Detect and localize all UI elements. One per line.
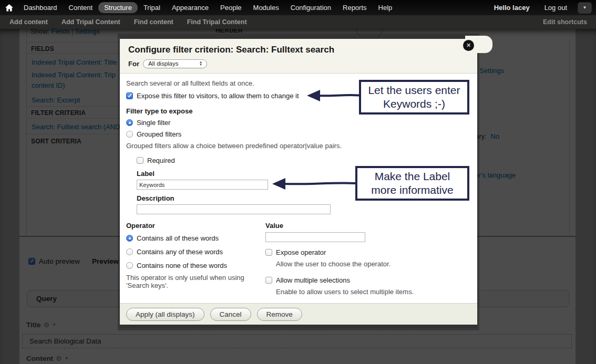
- add-button-fragment[interactable]: [356, 29, 383, 36]
- menu-item-reports[interactable]: Reports: [337, 2, 373, 13]
- for-display-select[interactable]: All displays ▲ ▼: [143, 59, 207, 68]
- select-arrows-icon: ▲ ▼: [199, 61, 202, 66]
- shortcut-add-tripal-content[interactable]: Add Tripal Content: [55, 18, 127, 26]
- operator-all-label: Contains all of these words: [137, 234, 219, 242]
- fields-heading: FIELDS: [31, 45, 54, 53]
- operator-none-radio[interactable]: [126, 262, 133, 269]
- title-value-box[interactable]: Search Biological Data: [22, 334, 572, 348]
- description-input[interactable]: [137, 204, 331, 214]
- menu-item-people[interactable]: People: [214, 2, 247, 13]
- auto-preview-label: Auto preview: [39, 257, 80, 265]
- grouped-filters-radio[interactable]: [126, 131, 133, 138]
- expose-operator-help: Allow the user to choose the operator.: [276, 260, 469, 268]
- filter-criteria-heading: FILTER CRITERIA: [31, 109, 86, 117]
- required-row: Required: [137, 157, 469, 164]
- settings-link[interactable]: Settings: [479, 67, 504, 75]
- caret-down-icon: ▼: [583, 5, 587, 10]
- operator-any-radio[interactable]: [126, 248, 133, 255]
- summary-value-link[interactable]: No: [491, 132, 500, 140]
- value-input[interactable]: [265, 232, 365, 242]
- expose-operator-checkbox[interactable]: [265, 249, 272, 256]
- operator-option-row: Contains any of these words: [126, 248, 265, 256]
- user-greeting: Hello lacey: [487, 4, 537, 12]
- expose-operator-label: Expose operator: [276, 248, 326, 256]
- expose-filter-checkbox[interactable]: [126, 92, 133, 99]
- filter-link[interactable]: Search: Fulltext search (AND: [32, 123, 120, 131]
- modal-footer: Apply (all displays) Cancel Remove: [120, 303, 477, 325]
- required-label: Required: [147, 157, 175, 164]
- operator-option-row: Contains none of these words: [126, 262, 265, 269]
- cancel-button[interactable]: Cancel: [210, 308, 251, 321]
- home-icon[interactable]: [0, 4, 18, 12]
- content-row: Content ⚙ ▼: [26, 355, 69, 362]
- allow-multiple-help: Enable to allow users to select multiple…: [276, 288, 469, 296]
- menu-item-modules[interactable]: Modules: [248, 2, 285, 13]
- menu-item-appearance[interactable]: Appearance: [166, 2, 214, 13]
- auto-preview-row: Auto preview Preview w: [28, 257, 126, 265]
- edit-shortcuts-link[interactable]: Edit shortcuts: [534, 18, 596, 26]
- shortcut-find-content[interactable]: Find content: [127, 18, 180, 26]
- annotation-line: Keywords ;-): [364, 97, 464, 111]
- show-fields-link[interactable]: Fields: [52, 29, 70, 35]
- single-filter-label: Single filter: [137, 119, 170, 127]
- operator-all-radio[interactable]: [126, 235, 133, 242]
- show-label: Show:: [30, 29, 49, 35]
- field-link[interactable]: content ID): [32, 81, 65, 89]
- operator-option-row: Contains all of these words: [126, 234, 265, 242]
- title-row: Title ⚙ ▼: [26, 321, 56, 329]
- for-label: For: [128, 60, 139, 68]
- shortcut-bar: Add content Add Tripal Content Find cont…: [0, 15, 596, 29]
- allow-multiple-label: Allow multiple selections: [276, 276, 350, 284]
- column-divider: [26, 29, 27, 236]
- shortcut-add-content[interactable]: Add content: [3, 18, 55, 26]
- query-label: Query: [36, 295, 57, 303]
- close-icon[interactable]: ✕: [463, 40, 474, 51]
- single-filter-radio[interactable]: [126, 119, 133, 126]
- field-link[interactable]: Indexed Tripal Content: Title: [32, 58, 117, 66]
- single-filter-row: Single filter: [126, 119, 469, 127]
- value-column: Value Expose operator Allow the user to …: [265, 222, 469, 296]
- modal-header: ✕ Configure filter criterion: Search: Fu…: [120, 39, 477, 74]
- menu-item-structure[interactable]: Structure: [98, 2, 138, 13]
- menu-item-help[interactable]: Help: [373, 2, 398, 13]
- menu-item-dashboard[interactable]: Dashboard: [18, 2, 63, 13]
- allow-multiple-checkbox[interactable]: [265, 277, 272, 284]
- gear-icon[interactable]: ⚙: [56, 355, 62, 362]
- shortcut-find-tripal-content[interactable]: Find Tripal Content: [180, 18, 254, 26]
- remove-button[interactable]: Remove: [257, 308, 302, 321]
- field-link[interactable]: Indexed Tripal Content: Trip: [32, 71, 116, 79]
- show-settings-link[interactable]: Settings: [75, 29, 100, 35]
- language-link[interactable]: ser's language: [471, 171, 516, 179]
- apply-button[interactable]: Apply (all displays): [126, 308, 204, 321]
- header-section-label: HEADER: [215, 29, 243, 34]
- for-row: For All displays ▲ ▼: [128, 59, 469, 68]
- field-link[interactable]: Search: Excerpt: [32, 96, 80, 104]
- expose-filter-label: Expose this filter to visitors, to allow…: [137, 92, 299, 100]
- operator-column: Operator Contains all of these words Con…: [126, 222, 265, 296]
- modal-title: Configure filter criterion: Search: Full…: [128, 45, 469, 55]
- divider-line: [27, 118, 120, 119]
- annotation-box-label: Make the Label more informative: [355, 166, 469, 201]
- screen: Show: Fields | Settings HEADER FIELDS In…: [0, 0, 596, 364]
- toolbar-right: Hello lacey Log out ▼: [487, 2, 596, 14]
- annotation-arrow-left-icon: [307, 88, 359, 103]
- menu-item-content[interactable]: Content: [63, 2, 99, 13]
- for-display-value: All displays: [148, 60, 179, 67]
- menu-item-configuration[interactable]: Configuration: [285, 2, 337, 13]
- annotation-box-keywords: Let the users enter Keywords ;-): [359, 80, 469, 115]
- toolbar-toggle-button[interactable]: ▼: [578, 2, 592, 14]
- menu-item-tripal[interactable]: Tripal: [138, 2, 166, 13]
- caret-down-icon: ▼: [65, 356, 69, 361]
- gear-icon[interactable]: ⚙: [44, 321, 50, 329]
- logout-link[interactable]: Log out: [537, 4, 574, 12]
- label-input[interactable]: [137, 180, 268, 190]
- admin-toolbar: Dashboard Content Structure Tripal Appea…: [0, 0, 596, 15]
- expose-operator-row: Expose operator: [265, 248, 469, 256]
- annotation-line: more informative: [361, 183, 464, 197]
- auto-preview-checkbox[interactable]: [28, 258, 35, 265]
- operator-any-label: Contains any of these words: [137, 248, 223, 256]
- divider-line: [27, 134, 120, 134]
- title-value: Search Biological Data: [29, 337, 101, 345]
- required-checkbox[interactable]: [137, 157, 143, 164]
- operator-value-columns: Operator Contains all of these words Con…: [126, 222, 469, 296]
